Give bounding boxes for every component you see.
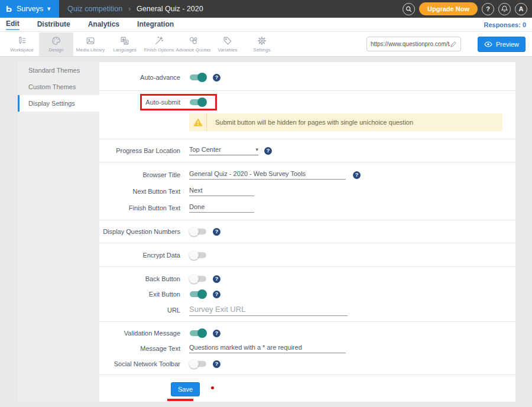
exit-url-label: URL — [99, 307, 180, 314]
display-question-numbers-toggle[interactable] — [189, 227, 207, 236]
preview-label: Preview — [496, 41, 519, 48]
tool-variables[interactable]: Variables — [210, 32, 245, 56]
display-question-numbers-help-icon[interactable]: ? — [213, 228, 220, 236]
edit-url-pencil-icon[interactable] — [450, 41, 457, 48]
responses-count[interactable]: Responses: 0 — [484, 21, 526, 28]
app-logo-block[interactable]: P Surveys ▼ — [0, 0, 59, 18]
finish-button-text-input[interactable]: Done — [189, 203, 254, 213]
breadcrumb-separator-icon: › — [128, 5, 131, 13]
finish-button-text-row: Finish Button Text Done — [99, 200, 515, 216]
message-text-row: Message Text Questions marked with a * a… — [99, 341, 515, 356]
tool-advance-quotas[interactable]: Advance Quotas — [176, 32, 210, 56]
social-network-toolbar-label: Social Network Toolbar — [99, 360, 180, 367]
browser-title-label: Browser Title — [99, 171, 180, 178]
auto-advance-toggle[interactable] — [189, 73, 207, 82]
topbar-actions: Upgrade Now ? A — [403, 2, 532, 15]
exit-button-toggle[interactable] — [189, 290, 207, 298]
tab-analytics[interactable]: Analytics — [88, 20, 119, 30]
tool-label: Variables — [218, 47, 238, 53]
browser-title-help-icon[interactable]: ? — [353, 171, 361, 179]
divider — [99, 243, 515, 243]
notifications-button[interactable] — [498, 3, 511, 15]
display-settings-panel: Auto-advance ? Auto-submit Submit button… — [99, 62, 515, 402]
account-avatar[interactable]: A — [515, 3, 527, 15]
chevron-down-icon: ▼ — [46, 6, 51, 12]
sidebar-item-standard-themes[interactable]: Standard Themes — [18, 62, 99, 79]
bell-icon — [501, 5, 508, 12]
top-bar: P Surveys ▼ Quiz competition › General Q… — [0, 0, 532, 18]
auto-advance-help-icon[interactable]: ? — [213, 74, 220, 82]
upgrade-now-button[interactable]: Upgrade Now — [419, 2, 478, 15]
auto-advance-label: Auto-advance — [99, 74, 180, 81]
message-text-input[interactable]: Questions marked with a * are required — [189, 344, 346, 353]
design-sidebar: Standard Themes Custom Themes Display Se… — [18, 62, 99, 402]
tool-label: Finish Options — [144, 47, 174, 53]
next-button-text-label: Next Button Text — [99, 188, 180, 195]
encrypt-data-toggle[interactable] — [189, 251, 207, 259]
auto-submit-toggle[interactable] — [189, 98, 207, 106]
search-icon — [406, 6, 412, 12]
preview-button[interactable]: Preview — [478, 37, 525, 52]
tab-distribute[interactable]: Distribute — [37, 20, 70, 30]
edit-toolbar: Workspace Design Media Library Languages… — [0, 32, 532, 57]
auto-submit-label: Auto-submit — [142, 99, 180, 106]
questionpro-logo-icon: P — [6, 4, 12, 14]
divider — [99, 266, 515, 267]
divider — [99, 139, 515, 139]
social-network-toolbar-help-icon[interactable]: ? — [213, 360, 220, 368]
surveys-menu[interactable]: Surveys ▼ — [17, 5, 51, 13]
progress-bar-location-row: Progress Bar Location Top Center ▾ ? — [99, 142, 515, 159]
tab-edit[interactable]: Edit — [6, 19, 20, 30]
validation-message-row: Validation Message ? — [99, 325, 515, 341]
progress-bar-location-label: Progress Bar Location — [99, 147, 180, 154]
validation-message-label: Validation Message — [99, 330, 180, 337]
tab-integration[interactable]: Integration — [137, 20, 174, 30]
validation-message-help-icon[interactable]: ? — [213, 330, 220, 337]
tool-media-library[interactable]: Media Library — [73, 32, 108, 56]
media-library-icon — [85, 35, 96, 46]
chevron-down-icon: ▾ — [255, 146, 258, 152]
back-button-toggle[interactable] — [189, 275, 207, 283]
save-row: Save — [99, 382, 515, 401]
exit-url-row: URL Survey Exit URL — [99, 302, 515, 318]
sidebar-item-custom-themes[interactable]: Custom Themes — [18, 79, 99, 95]
breadcrumb-current: General Quiz - 2020 — [137, 5, 203, 13]
tool-languages[interactable]: Languages — [108, 32, 142, 56]
divider — [99, 162, 515, 162]
languages-icon — [119, 35, 130, 46]
social-network-toolbar-toggle[interactable] — [189, 360, 207, 368]
encrypt-data-label: Encrypt Data — [99, 252, 180, 259]
red-annotation-underline — [167, 399, 193, 401]
tool-label: Design — [49, 47, 64, 53]
breadcrumb-parent[interactable]: Quiz competition — [67, 5, 122, 13]
exit-button-label: Exit Button — [99, 291, 180, 298]
progress-bar-location-select[interactable]: Top Center ▾ — [189, 146, 258, 155]
divider — [99, 375, 515, 375]
divider — [99, 90, 515, 91]
validation-message-toggle[interactable] — [189, 329, 207, 337]
next-button-text-input[interactable]: Next — [189, 187, 254, 196]
tool-settings[interactable]: Settings — [245, 32, 279, 56]
save-button[interactable]: Save — [171, 382, 200, 396]
back-button-help-icon[interactable]: ? — [213, 275, 220, 283]
exit-button-help-icon[interactable]: ? — [213, 291, 220, 298]
help-button[interactable]: ? — [482, 3, 494, 15]
tool-workspace[interactable]: Workspace — [5, 32, 39, 56]
survey-url-text: https://www.questionpro.com/t/APNrFZ — [371, 41, 450, 47]
progress-bar-help-icon[interactable]: ? — [264, 147, 272, 155]
survey-url-field[interactable]: https://www.questionpro.com/t/APNrFZ — [366, 37, 461, 51]
advance-quotas-chain-icon — [188, 35, 199, 46]
tool-label: Workspace — [10, 47, 34, 53]
tool-finish-options[interactable]: Finish Options — [142, 32, 176, 56]
variables-tag-icon — [222, 35, 233, 46]
tool-design[interactable]: Design — [39, 32, 73, 56]
settings-gear-icon — [257, 35, 267, 46]
browser-title-input[interactable]: General Quiz - 2020 - Web Survey Tools — [189, 170, 346, 180]
sidebar-item-display-settings[interactable]: Display Settings — [18, 95, 99, 112]
search-button[interactable] — [403, 3, 415, 15]
exit-url-input[interactable]: Survey Exit URL — [189, 305, 348, 316]
back-button-row: Back Button ? — [99, 271, 515, 286]
auto-submit-row: Auto-submit — [99, 94, 515, 110]
browser-title-row: Browser Title General Quiz - 2020 - Web … — [99, 167, 515, 183]
design-palette-icon — [51, 35, 61, 46]
